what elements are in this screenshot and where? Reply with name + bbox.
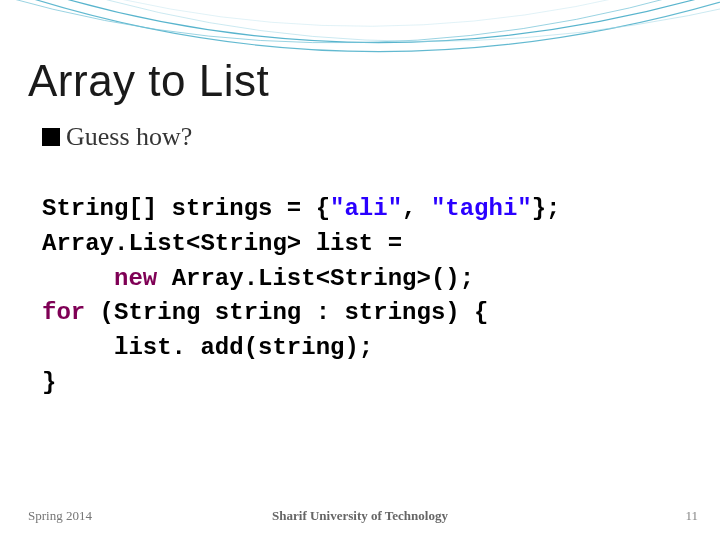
- code-block: String[] strings = {"ali", "taghi"}; Arr…: [42, 192, 561, 401]
- footer-org: Sharif University of Technology: [0, 508, 720, 524]
- bullet-icon: [42, 128, 60, 146]
- code-line-4: for (String string : strings) {: [42, 299, 488, 326]
- code-line-3: new Array.List<String>();: [42, 265, 474, 292]
- code-line-1: String[] strings = {"ali", "taghi"};: [42, 195, 561, 222]
- page-number: 11: [685, 508, 698, 524]
- subtitle-row: Guess how?: [42, 122, 192, 152]
- subtitle-text: Guess how?: [66, 122, 192, 152]
- code-line-2: Array.List<String> list =: [42, 230, 416, 257]
- code-line-5: list. add(string);: [42, 334, 373, 361]
- code-line-6: }: [42, 369, 56, 396]
- slide-title: Array to List: [28, 56, 269, 106]
